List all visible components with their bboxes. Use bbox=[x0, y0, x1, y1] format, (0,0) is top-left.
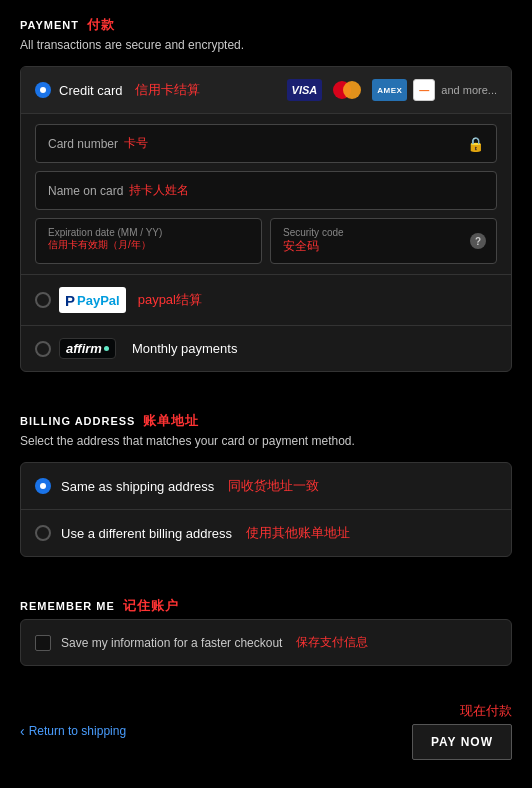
divider-2 bbox=[0, 573, 532, 581]
card-bottom-fields: Expiration date (MM / YY) 信用卡有效期（月/年） Se… bbox=[35, 218, 497, 264]
security-code-field[interactable]: Security code 安全码 ? bbox=[270, 218, 497, 264]
security-code-label-cn: 安全码 bbox=[283, 238, 484, 255]
expiration-label-en: Expiration date (MM / YY) bbox=[48, 227, 249, 238]
billing-subtext: Select the address that matches your car… bbox=[20, 434, 512, 448]
billing-box: Same as shipping address 同收货地址一致 Use a d… bbox=[20, 462, 512, 557]
remember-me-header: REMEMBER ME 记住账户 bbox=[20, 597, 512, 615]
card-logos: VISA AMEX — and more... bbox=[287, 79, 497, 101]
divider-1 bbox=[0, 388, 532, 396]
same-shipping-label-cn: 同收货地址一致 bbox=[228, 477, 319, 495]
paypal-label-cn: paypal结算 bbox=[138, 291, 202, 309]
pay-now-button[interactable]: PAY NOW bbox=[412, 724, 512, 760]
pay-now-cn-label: 现在付款 bbox=[460, 702, 512, 720]
same-as-shipping-option[interactable]: Same as shipping address 同收货地址一致 bbox=[21, 463, 511, 510]
payment-title-en: PAYMENT bbox=[20, 19, 79, 31]
different-address-option[interactable]: Use a different billing address 使用其他账单地址 bbox=[21, 510, 511, 556]
card-number-label-en: Card number bbox=[48, 137, 118, 151]
payment-box: Credit card 信用卡结算 VISA AMEX — and more..… bbox=[20, 66, 512, 372]
payment-title-cn: 付款 bbox=[87, 16, 115, 34]
billing-header: BILLING ADDRESS 账单地址 bbox=[20, 412, 512, 430]
expiration-label-cn: 信用卡有效期（月/年） bbox=[48, 238, 249, 252]
same-shipping-radio[interactable] bbox=[35, 478, 51, 494]
payment-header: PAYMENT 付款 bbox=[20, 16, 512, 34]
affirm-dot-icon bbox=[104, 346, 109, 351]
visa-logo: VISA bbox=[287, 79, 323, 101]
back-arrow-icon: ‹ bbox=[20, 723, 25, 739]
affirm-logo-text: affirm bbox=[66, 341, 102, 356]
name-on-card-label-cn: 持卡人姓名 bbox=[129, 182, 189, 199]
footer: ‹ Return to shipping 现在付款 PAY NOW bbox=[0, 688, 532, 774]
affirm-label-en: Monthly payments bbox=[132, 341, 238, 356]
save-info-label-cn: 保存支付信息 bbox=[296, 634, 368, 651]
card-number-label-cn: 卡号 bbox=[124, 135, 148, 152]
affirm-radio[interactable] bbox=[35, 341, 51, 357]
remember-me-section: REMEMBER ME 记住账户 Save my information for… bbox=[0, 581, 532, 682]
return-to-shipping-link[interactable]: ‹ Return to shipping bbox=[20, 723, 126, 739]
card-number-field[interactable]: Card number 卡号 🔒 bbox=[35, 124, 497, 163]
name-on-card-field[interactable]: Name on card 持卡人姓名 bbox=[35, 171, 497, 210]
paypal-logo-box: P PayPal bbox=[59, 287, 126, 313]
pay-now-section: 现在付款 PAY NOW bbox=[412, 702, 512, 760]
name-on-card-label-en: Name on card bbox=[48, 184, 123, 198]
credit-card-label-en: Credit card bbox=[59, 83, 123, 98]
payment-subtext: All transactions are secure and encrypte… bbox=[20, 38, 512, 52]
remember-me-title-en: REMEMBER ME bbox=[20, 600, 115, 612]
affirm-logo-box: affirm bbox=[59, 338, 116, 359]
paypal-logo-text: PayPal bbox=[77, 293, 120, 308]
mc-circle-orange bbox=[343, 81, 361, 99]
different-address-label-en: Use a different billing address bbox=[61, 526, 232, 541]
card-fields: Card number 卡号 🔒 Name on card 持卡人姓名 Expi… bbox=[21, 114, 511, 275]
billing-section: BILLING ADDRESS 账单地址 Select the address … bbox=[0, 396, 532, 573]
billing-title-en: BILLING ADDRESS bbox=[20, 415, 135, 427]
lock-icon: 🔒 bbox=[467, 136, 484, 152]
expiration-field[interactable]: Expiration date (MM / YY) 信用卡有效期（月/年） bbox=[35, 218, 262, 264]
mastercard-logo bbox=[328, 79, 366, 101]
save-info-label-en: Save my information for a faster checkou… bbox=[61, 636, 282, 650]
payment-section: PAYMENT 付款 All transactions are secure a… bbox=[0, 0, 532, 388]
security-code-label-en: Security code bbox=[283, 227, 484, 238]
credit-card-label-cn: 信用卡结算 bbox=[135, 81, 200, 99]
remember-me-box: Save my information for a faster checkou… bbox=[20, 619, 512, 666]
amex-logo: AMEX bbox=[372, 79, 407, 101]
same-shipping-label-en: Same as shipping address bbox=[61, 479, 214, 494]
discover-logo: — bbox=[413, 79, 435, 101]
security-code-help-icon[interactable]: ? bbox=[470, 233, 486, 249]
remember-me-title-cn: 记住账户 bbox=[123, 597, 179, 615]
credit-card-option[interactable]: Credit card 信用卡结算 VISA AMEX — and more..… bbox=[21, 67, 511, 114]
different-address-label-cn: 使用其他账单地址 bbox=[246, 524, 350, 542]
paypal-option[interactable]: P PayPal paypal结算 bbox=[21, 275, 511, 326]
and-more-text: and more... bbox=[441, 84, 497, 96]
billing-title-cn: 账单地址 bbox=[143, 412, 199, 430]
save-info-checkbox[interactable] bbox=[35, 635, 51, 651]
paypal-logo-icon: P bbox=[65, 292, 75, 309]
paypal-radio[interactable] bbox=[35, 292, 51, 308]
credit-card-radio[interactable] bbox=[35, 82, 51, 98]
different-address-radio[interactable] bbox=[35, 525, 51, 541]
affirm-option[interactable]: affirm Monthly payments bbox=[21, 326, 511, 371]
return-label: Return to shipping bbox=[29, 724, 126, 738]
